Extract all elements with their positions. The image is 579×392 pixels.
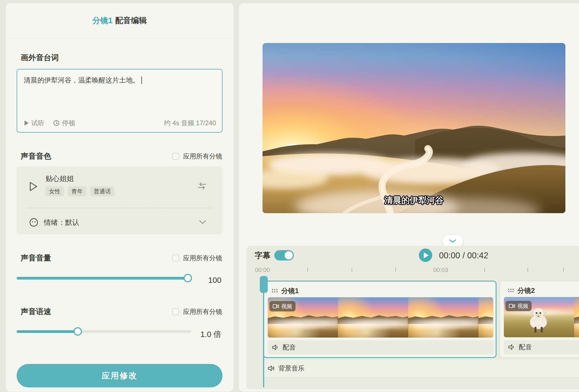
speed-value: 1.0 倍 xyxy=(200,329,221,340)
swap-voice-icon[interactable] xyxy=(197,182,207,190)
preview-audio-button[interactable]: 试听 xyxy=(24,119,44,127)
video-badge: 视频 xyxy=(505,301,532,311)
subtitle-toggle[interactable] xyxy=(274,250,294,261)
video-track[interactable]: 视频 xyxy=(268,297,493,338)
video-frame-thumbnail xyxy=(574,297,579,337)
video-frame-thumbnail xyxy=(408,297,479,338)
speed-slider-thumb[interactable] xyxy=(74,327,82,336)
video-subtitle: 清晨的伊犁河谷 xyxy=(263,195,565,206)
voice-tag: 普通话 xyxy=(90,186,114,196)
ruler-tick xyxy=(528,268,528,272)
audio-length-counter: 约 4s 音频 17/240 xyxy=(164,119,216,127)
camera-icon xyxy=(273,304,279,309)
playhead-line xyxy=(263,281,264,387)
emotion-face-icon xyxy=(29,218,38,227)
video-frame-thumbnail: 视频 xyxy=(268,297,338,338)
volume-value: 100 xyxy=(208,276,221,285)
voiceover-track[interactable]: 配音 xyxy=(268,340,493,354)
voiceover-textarea[interactable]: 清晨的伊犁河谷，温柔唤醒这片土地。 试听 停顿 约 4s 音频 17/240 xyxy=(17,69,223,133)
voice-tag: 女性 xyxy=(45,186,64,196)
background-music-track[interactable]: 背景音乐 xyxy=(263,360,579,377)
ruler-tick xyxy=(307,268,308,272)
apply-changes-button[interactable]: 应用修改 xyxy=(17,364,223,387)
voice-section-header: 声音音色 应用所有分镜 xyxy=(21,151,222,162)
play-icon xyxy=(24,120,29,126)
ruler-label-start: 00:00 xyxy=(255,267,270,274)
video-track[interactable]: 视频 xyxy=(504,297,579,337)
voice-play-icon[interactable] xyxy=(29,182,38,191)
voice-apply-all[interactable]: 应用所有分镜 xyxy=(172,152,222,161)
speed-slider[interactable] xyxy=(17,330,191,333)
chevron-down-icon xyxy=(449,239,456,243)
sunrise-valley-frame xyxy=(263,43,565,213)
voice-tags: 女性 青年 普通话 xyxy=(45,186,114,196)
video-frame-thumbnail: 视频 xyxy=(504,297,574,337)
voice-card[interactable]: 贴心姐姐 女性 青年 普通话 情绪：默认 xyxy=(17,166,223,234)
video-preview[interactable]: 清晨的伊犁河谷 xyxy=(263,43,565,213)
voice-apply-all-checkbox[interactable] xyxy=(172,153,179,160)
timeline-play-button[interactable] xyxy=(419,249,432,262)
speaker-icon xyxy=(508,344,515,350)
subtitle-toggle-label: 字幕 xyxy=(255,250,270,261)
ruler-tick xyxy=(484,268,485,272)
volume-label: 声音音量 xyxy=(21,253,51,263)
volume-apply-all-checkbox[interactable] xyxy=(172,255,179,262)
chevron-down-icon[interactable] xyxy=(199,220,206,224)
video-frame-thumbnail xyxy=(479,297,493,338)
scene-name: 分镜2 xyxy=(517,286,535,295)
script-toolbar: 试听 停顿 约 4s 音频 17/240 xyxy=(24,118,216,128)
voiceover-track[interactable]: 配音 xyxy=(504,340,579,354)
divider xyxy=(28,208,212,208)
panel-title: 分镜1 配音编辑 xyxy=(5,3,234,38)
timeline-panel: 字幕 00:00 / 00:42 00:00 00:03 xyxy=(246,246,579,389)
speed-apply-all[interactable]: 应用所有分镜 xyxy=(172,307,222,316)
volume-slider-fill xyxy=(17,277,188,280)
voiceover-editor-app: 分镜1 配音编辑 画外音台词 清晨的伊犁河谷，温柔唤醒这片土地。 试听 停顿 约… xyxy=(0,0,579,392)
timeline-scene-2[interactable]: 分镜2 视频 xyxy=(499,281,579,358)
clock-icon xyxy=(53,120,60,126)
camera-icon xyxy=(509,304,515,308)
voiceover-text: 清晨的伊犁河谷，温柔唤醒这片土地。 xyxy=(24,75,215,85)
ruler-tick xyxy=(352,268,352,272)
volume-slider[interactable] xyxy=(17,277,191,280)
preview-panel: 清晨的伊犁河谷 字幕 00:00 / 00:42 00:00 00:03 xyxy=(239,3,579,392)
emotion-selector[interactable]: 情绪：默认 xyxy=(29,216,79,228)
ruler-tick xyxy=(395,268,396,272)
speaker-icon xyxy=(268,365,275,372)
panel-title-scene: 分镜1 xyxy=(92,15,112,26)
speed-label: 声音语速 xyxy=(21,307,51,317)
video-frame-thumbnail xyxy=(338,297,408,338)
drag-handle-icon[interactable] xyxy=(508,288,514,293)
ruler-label-mid: 00:03 xyxy=(423,267,458,274)
insert-pause-button[interactable]: 停顿 xyxy=(53,119,75,127)
drag-handle-icon[interactable] xyxy=(272,289,278,293)
volume-slider-thumb[interactable] xyxy=(184,274,192,282)
playhead-handle[interactable] xyxy=(260,276,268,293)
voice-label: 声音音色 xyxy=(21,151,51,161)
video-badge: 视频 xyxy=(269,301,295,311)
play-icon xyxy=(423,252,429,259)
timeline-scene-1[interactable]: 分镜1 视频 xyxy=(263,281,496,358)
volume-section-header: 声音音量 应用所有分镜 xyxy=(21,253,222,264)
speed-slider-fill xyxy=(17,330,78,333)
ruler-tick xyxy=(563,268,564,272)
time-display: 00:00 / 00:42 xyxy=(439,251,488,261)
voiceover-edit-panel: 分镜1 配音编辑 画外音台词 清晨的伊犁河谷，温柔唤醒这片土地。 试听 停顿 约… xyxy=(5,3,234,392)
speed-apply-all-checkbox[interactable] xyxy=(172,308,179,315)
voice-name: 贴心姐姐 xyxy=(45,174,74,183)
voice-tag: 青年 xyxy=(68,186,86,196)
voiceover-script-label: 画外音台词 xyxy=(21,53,59,63)
speed-section-header: 声音语速 应用所有分镜 xyxy=(21,306,222,317)
toggle-knob xyxy=(285,251,293,259)
scene-name: 分镜1 xyxy=(281,286,299,295)
panel-title-text: 配音编辑 xyxy=(115,15,147,26)
text-caret xyxy=(141,76,142,84)
speaker-icon xyxy=(272,344,279,351)
emotion-value: 情绪：默认 xyxy=(44,218,79,227)
volume-apply-all[interactable]: 应用所有分镜 xyxy=(172,254,222,262)
